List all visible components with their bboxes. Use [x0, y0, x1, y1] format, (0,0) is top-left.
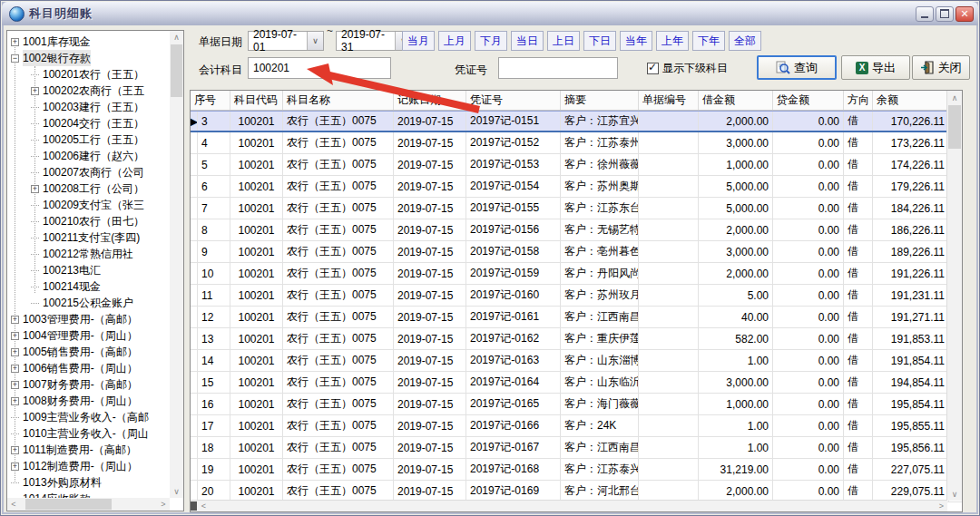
- quick-range-button[interactable]: 当月: [402, 31, 435, 51]
- subject-input[interactable]: 100201: [248, 57, 391, 79]
- expand-plus-icon[interactable]: +: [11, 397, 19, 405]
- column-header[interactable]: 摘要: [561, 91, 639, 110]
- column-header[interactable]: 记账日期: [394, 91, 466, 110]
- tree-item[interactable]: +1005销售费用-（高邮）: [7, 344, 170, 360]
- table-row[interactable]: 8100201农行（王五）00752019-07-1520197记-0156客户…: [191, 219, 962, 241]
- table-row[interactable]: 4100201农行（王五）00752019-07-1520197记-0152客户…: [191, 132, 962, 154]
- tree-item[interactable]: +100208工行（公司）: [7, 180, 170, 197]
- tree-item[interactable]: +100202农商行（王五: [7, 83, 170, 99]
- table-row[interactable]: 7100201农行（王五）00752019-07-1520197记-0155客户…: [191, 198, 962, 219]
- chevron-down-icon[interactable]: ∨: [307, 32, 323, 50]
- tree-item[interactable]: 100203建行（王五）: [7, 99, 170, 115]
- tree-hscroll-thumb[interactable]: [25, 499, 112, 510]
- column-header[interactable]: 余额: [873, 91, 949, 110]
- column-header[interactable]: 序号: [191, 91, 230, 110]
- export-button[interactable]: X 导出: [841, 55, 910, 80]
- tree-item[interactable]: 1014应收账款: [7, 491, 170, 498]
- date-to-select[interactable]: 2019-07-31 ∨: [336, 31, 412, 51]
- tree-item[interactable]: 100201农行（王五）: [7, 66, 170, 83]
- scroll-left-icon[interactable]: <: [198, 501, 210, 511]
- table-row[interactable]: 9100201农行（王五）00752019-07-1520197记-0158客户…: [191, 241, 962, 263]
- tree-item[interactable]: 100210农行（田七）: [7, 213, 170, 229]
- tree-item[interactable]: +1004管理费用-（周山）: [7, 327, 170, 344]
- tree-item[interactable]: 100206建行（赵六）: [7, 148, 170, 164]
- column-header[interactable]: 科目代码: [230, 91, 283, 110]
- table-row[interactable]: 6100201农行（王五）00752019-07-1520197记-0154客户…: [191, 176, 962, 198]
- date-from-select[interactable]: 2019-07-01 ∨: [248, 31, 324, 51]
- tree-item[interactable]: +1008财务费用-（周山）: [7, 393, 170, 409]
- scroll-down-icon[interactable]: ∨: [947, 487, 962, 501]
- tree-item[interactable]: 100204交行（王五）: [7, 115, 170, 131]
- table-row[interactable]: 15100201农行（王五）00752019-07-1520197记-0164客…: [191, 372, 962, 394]
- quick-range-button[interactable]: 当日: [511, 31, 544, 51]
- tree-item[interactable]: +1006销售费用-（周山）: [7, 360, 170, 376]
- tree-item[interactable]: +1012制造费用-（周山）: [7, 458, 170, 474]
- tree-item[interactable]: 100214现金: [7, 278, 170, 295]
- expand-plus-icon[interactable]: +: [11, 348, 19, 356]
- tree-vertical-scrollbar[interactable]: ∧ ∨: [170, 31, 183, 498]
- tree-item[interactable]: 1013外购原材料: [7, 474, 170, 491]
- expand-plus-icon[interactable]: +: [11, 446, 19, 454]
- close-button[interactable]: 关闭: [912, 55, 970, 80]
- expand-plus-icon[interactable]: +: [11, 462, 19, 471]
- table-row[interactable]: 5100201农行（王五）00752019-07-1520197记-0153客户…: [191, 154, 962, 176]
- quick-range-button[interactable]: 全部: [729, 31, 761, 51]
- expand-plus-icon[interactable]: +: [11, 332, 19, 340]
- expand-plus-icon[interactable]: +: [11, 38, 19, 46]
- tree-item[interactable]: +1001库存现金: [7, 34, 170, 50]
- quick-range-button[interactable]: 下日: [583, 31, 616, 51]
- tree-item[interactable]: 100205工行（王五）: [7, 131, 170, 148]
- column-header[interactable]: 凭证号: [466, 91, 561, 110]
- voucher-no-input[interactable]: [498, 57, 618, 79]
- close-window-button[interactable]: ✕: [956, 6, 974, 22]
- tree-horizontal-scrollbar[interactable]: < >: [7, 498, 170, 511]
- table-row[interactable]: 17100201农行（王五）00752019-07-1520197记-0166客…: [191, 415, 962, 437]
- scroll-up-icon[interactable]: ∧: [170, 31, 183, 44]
- tree-item[interactable]: 100215公积金账户: [7, 295, 170, 311]
- table-vscroll-thumb[interactable]: [948, 105, 961, 149]
- query-button[interactable]: 查询: [757, 55, 837, 80]
- show-sub-accounts-option[interactable]: 显示下级科目: [647, 61, 728, 76]
- column-header[interactable]: 单据编号: [639, 91, 699, 110]
- maximize-button[interactable]: [936, 6, 954, 22]
- table-row[interactable]: 13100201农行（王五）00752019-07-1520197记-0162客…: [191, 328, 962, 350]
- tree-item[interactable]: 100213电汇: [7, 262, 170, 278]
- table-vertical-scrollbar[interactable]: ∧ ∨: [946, 91, 962, 501]
- table-row[interactable]: 16100201农行（王五）00752019-07-1520197记-0165客…: [191, 394, 962, 415]
- table-row[interactable]: 14100201农行（王五）00752019-07-1520197记-0163客…: [191, 350, 962, 372]
- tree-item[interactable]: 100212常熟信用社: [7, 246, 170, 262]
- tree-item[interactable]: +1003管理费用-（高邮）: [7, 311, 170, 327]
- tree-item[interactable]: 100207农商行（公司: [7, 164, 170, 180]
- scroll-right-icon[interactable]: >: [936, 501, 947, 511]
- tree-item[interactable]: +1007财务费用-（高邮）: [7, 376, 170, 393]
- table-row[interactable]: 12100201农行（王五）00752019-07-1520197记-0161客…: [191, 307, 962, 328]
- expand-plus-icon[interactable]: +: [11, 381, 19, 389]
- table-row[interactable]: ▶3100201农行（王五）00752019-07-1520197记-0151客…: [191, 111, 962, 132]
- quick-range-button[interactable]: 上年: [656, 31, 689, 51]
- quick-range-button[interactable]: 下年: [692, 31, 725, 51]
- column-header[interactable]: 借金额: [699, 91, 773, 110]
- scroll-left-icon[interactable]: <: [7, 498, 20, 511]
- column-header[interactable]: 方向: [844, 91, 873, 110]
- table-row[interactable]: 10100201农行（王五）00752019-07-1520197记-0159客…: [191, 263, 962, 285]
- column-header[interactable]: 贷金额: [773, 91, 844, 110]
- tree-item[interactable]: 100209支付宝（张三: [7, 197, 170, 213]
- scroll-down-icon[interactable]: ∨: [170, 485, 183, 498]
- table-horizontal-scrollbar[interactable]: < >: [191, 500, 947, 511]
- tree-item[interactable]: −1002银行存款: [7, 50, 170, 66]
- scroll-up-icon[interactable]: ∧: [947, 91, 962, 104]
- minimize-button[interactable]: [916, 6, 934, 22]
- tree-vscroll-thumb[interactable]: [171, 44, 182, 97]
- quick-range-button[interactable]: 下月: [475, 31, 507, 51]
- table-row[interactable]: 19100201农行（王五）00752019-07-1520197记-0168客…: [191, 459, 962, 481]
- quick-range-button[interactable]: 当年: [620, 31, 652, 51]
- tree-item[interactable]: 1009主营业务收入-（高邮: [7, 409, 170, 425]
- tree-item[interactable]: +1011制造费用-（高邮）: [7, 442, 170, 458]
- column-header[interactable]: 科目名称: [283, 91, 394, 110]
- expand-plus-icon[interactable]: +: [31, 87, 39, 95]
- tree-item[interactable]: 100211支付宝(李四): [7, 229, 170, 246]
- tree-item[interactable]: 1010主营业务收入-（周山: [7, 425, 170, 442]
- table-hscroll-thumb[interactable]: [191, 501, 197, 511]
- table-row[interactable]: 18100201农行（王五）00752019-07-1520197记-0167客…: [191, 437, 962, 459]
- expand-plus-icon[interactable]: +: [11, 316, 19, 324]
